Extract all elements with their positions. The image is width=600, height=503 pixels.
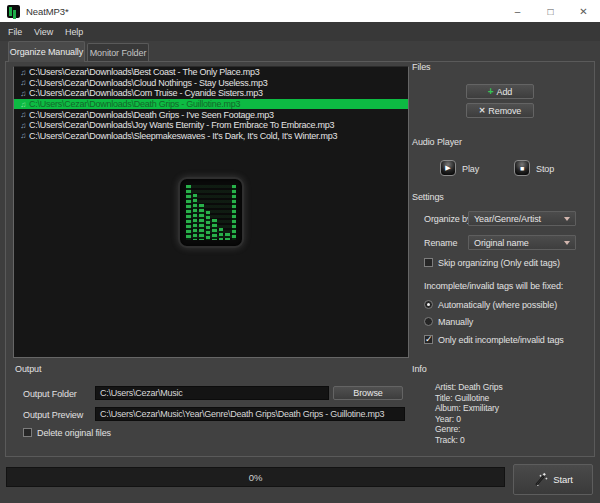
info-title: Title: Guillotine — [435, 393, 503, 404]
output-preview-input[interactable]: C:\Users\Cezar\Music\Year\Genre\Death Gr… — [95, 407, 405, 421]
title-bar: NeatMP3* – □ ✕ — [0, 0, 600, 22]
remove-button[interactable]: ✕ Remove — [466, 103, 534, 118]
output-folder-label: Output Folder — [23, 389, 77, 399]
stop-icon: ■ — [520, 165, 524, 172]
music-note-icon: ♫ — [17, 110, 29, 119]
window-controls: – □ ✕ — [501, 0, 600, 22]
audio-player-section-title: Audio Player — [412, 137, 462, 147]
close-button[interactable]: ✕ — [567, 0, 600, 22]
music-note-icon: ♫ — [17, 131, 29, 140]
play-button[interactable]: ▶ — [440, 160, 456, 176]
rename-select[interactable]: Original name — [468, 235, 576, 250]
file-path: C:\Users\Cezar\Downloads\Death Grips - I… — [29, 110, 274, 120]
delete-original-label: Delete original files — [37, 428, 111, 438]
progress-bar: 0% — [6, 467, 505, 487]
play-icon: ▶ — [445, 164, 450, 172]
file-path: C:\Users\Cezar\Downloads\Joy Wants Etern… — [29, 120, 334, 130]
file-path: C:\Users\Cezar\Downloads\Best Coast - Th… — [29, 67, 259, 77]
progress-value: 0% — [249, 472, 263, 483]
fix-tags-label: Incomplete/invalid tags will be fixed: — [424, 281, 563, 291]
tab-monitor-folder[interactable]: Monitor Folder — [87, 43, 149, 62]
info-genre: Genre: — [435, 424, 503, 435]
list-item[interactable]: ♫ C:\Users\Cezar\Downloads\Com Truise - … — [14, 88, 408, 99]
tab-organize-manually[interactable]: Organize Manually — [8, 41, 85, 62]
files-section-title: Files — [412, 62, 431, 72]
stop-button[interactable]: ■ — [514, 160, 530, 176]
output-preview-label: Output Preview — [23, 410, 83, 420]
menu-help[interactable]: Help — [59, 27, 89, 37]
app-logo-icon — [7, 5, 20, 18]
organize-by-select[interactable]: Year/Genre/Artist — [468, 211, 576, 226]
only-edit-checkbox[interactable] — [424, 335, 433, 344]
automatically-radio[interactable] — [424, 300, 433, 309]
skip-organizing-label: Skip organizing (Only edit tags) — [438, 258, 560, 268]
stop-label: Stop — [536, 164, 554, 174]
add-button[interactable]: + Add — [466, 84, 534, 99]
app-window: NeatMP3* – □ ✕ File View Help Organize M… — [0, 0, 600, 503]
track-info: Artist: Death Grips Title: Guillotine Al… — [435, 382, 503, 445]
plus-icon: + — [488, 87, 494, 97]
delete-original-checkbox[interactable] — [23, 428, 32, 437]
start-button[interactable]: Start — [513, 464, 593, 495]
start-label: Start — [553, 474, 573, 485]
manually-label: Manually — [438, 317, 473, 327]
menu-file[interactable]: File — [8, 27, 28, 37]
list-item[interactable]: ♫ C:\Users\Cezar\Downloads\Cloud Nothing… — [14, 78, 408, 89]
music-note-icon: ♫ — [17, 68, 29, 77]
menu-view[interactable]: View — [28, 27, 59, 37]
info-year: Year: 0 — [435, 414, 503, 425]
file-path: C:\Users\Cezar\Downloads\Com Truise - Cy… — [29, 88, 263, 98]
minimize-button[interactable]: – — [501, 0, 534, 22]
music-note-icon: ♫ — [17, 121, 29, 130]
list-item-selected[interactable]: ♫ C:\Users\Cezar\Downloads\Death Grips -… — [14, 99, 408, 110]
equalizer-logo — [178, 177, 244, 248]
info-section-title: Info — [412, 364, 427, 374]
menu-bar: File View Help — [0, 22, 600, 41]
file-path: C:\Users\Cezar\Downloads\Cloud Nothings … — [29, 78, 268, 88]
info-album: Album: Exmilitary — [435, 403, 503, 414]
automatically-label: Automatically (where possible) — [438, 300, 557, 310]
music-note-icon: ♫ — [17, 89, 29, 98]
list-item[interactable]: ♫ C:\Users\Cezar\Downloads\Sleepmakeswav… — [14, 131, 408, 142]
browse-button[interactable]: Browse — [333, 386, 403, 400]
window-title: NeatMP3* — [26, 6, 69, 17]
music-note-icon: ♫ — [17, 78, 29, 87]
magic-wand-icon — [533, 472, 548, 487]
list-item[interactable]: ♫ C:\Users\Cezar\Downloads\Death Grips -… — [14, 109, 408, 120]
settings-section-title: Settings — [412, 192, 444, 202]
maximize-button[interactable]: □ — [534, 0, 567, 22]
x-icon: ✕ — [479, 107, 486, 115]
organize-by-label: Organize by — [424, 214, 471, 224]
info-artist: Artist: Death Grips — [435, 382, 503, 393]
output-folder-input[interactable]: C:\Users\Cezar\Music — [95, 386, 329, 400]
list-item[interactable]: ♫ C:\Users\Cezar\Downloads\Joy Wants Ete… — [14, 120, 408, 131]
list-item[interactable]: ♫ C:\Users\Cezar\Downloads\Best Coast - … — [14, 67, 408, 78]
file-path: C:\Users\Cezar\Downloads\Sleepmakeswaves… — [29, 131, 337, 141]
output-section-title: Output — [15, 364, 41, 374]
only-edit-label: Only edit incomplete/invalid tags — [438, 335, 564, 345]
info-track: Track: 0 — [435, 435, 503, 446]
file-path: C:\Users\Cezar\Downloads\Death Grips - G… — [29, 99, 240, 109]
manually-radio[interactable] — [424, 317, 433, 326]
skip-organizing-checkbox[interactable] — [424, 258, 433, 267]
music-note-icon: ♫ — [17, 100, 29, 109]
play-label: Play — [462, 164, 479, 174]
rename-label: Rename — [424, 238, 457, 248]
